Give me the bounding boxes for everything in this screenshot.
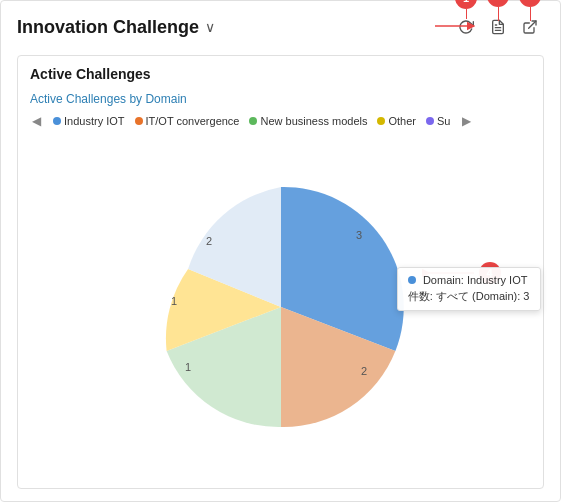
legend-dot-new-biz bbox=[249, 117, 257, 125]
tooltip-domain-label: Domain: Industry IOT bbox=[423, 274, 528, 286]
label-1-left: 1 bbox=[171, 295, 177, 307]
chart-tooltip: Domain: Industry IOT 件数: すべて (Domain): 3 bbox=[397, 267, 541, 311]
legend-dot-industry-iot bbox=[53, 117, 61, 125]
legend-label-su: Su bbox=[437, 115, 450, 127]
legend-label-itot: IT/OT convergence bbox=[146, 115, 240, 127]
legend-dot-su bbox=[426, 117, 434, 125]
chevron-down-icon[interactable]: ∨ bbox=[205, 19, 215, 35]
legend-prev[interactable]: ◀ bbox=[30, 114, 43, 128]
pie-chart: 3 2 1 2 1 Domain: Industry IOT 件数: すべて (… bbox=[151, 177, 411, 437]
page-header: Innovation Challenge ∨ 1 bbox=[17, 13, 544, 41]
legend-dot-other bbox=[377, 117, 385, 125]
legend-item-industry-iot: Industry IOT bbox=[53, 115, 125, 127]
label-1: 1 bbox=[185, 361, 191, 373]
label-2-bottom-right: 2 bbox=[361, 365, 367, 377]
badge-3: 3 bbox=[519, 0, 541, 7]
tooltip-count: 件数: すべて (Domain): 3 bbox=[408, 289, 530, 304]
tooltip-domain: Domain: Industry IOT bbox=[408, 274, 530, 286]
legend-next[interactable]: ▶ bbox=[460, 114, 473, 128]
badge-1: 1 bbox=[455, 0, 477, 9]
legend-label-new-biz: New business models bbox=[260, 115, 367, 127]
tooltip-dot bbox=[408, 276, 416, 284]
pie-svg: 3 2 1 2 1 bbox=[151, 177, 411, 437]
page-title: Innovation Challenge bbox=[17, 17, 199, 38]
legend-dot-itot bbox=[135, 117, 143, 125]
legend-item-new-biz: New business models bbox=[249, 115, 367, 127]
chart-section-title: Active Challenges by Domain bbox=[30, 92, 531, 106]
active-challenges-panel: Active Challenges Active Challenges by D… bbox=[17, 55, 544, 489]
legend-item-other: Other bbox=[377, 115, 416, 127]
label-3-top: 3 bbox=[356, 229, 362, 241]
svg-line-3 bbox=[529, 21, 536, 28]
legend-item-su: Su bbox=[426, 115, 450, 127]
chart-area: 3 2 1 2 1 Domain: Industry IOT 件数: すべて (… bbox=[30, 136, 531, 478]
badge-2: 2 bbox=[487, 0, 509, 7]
legend-label-industry-iot: Industry IOT bbox=[64, 115, 125, 127]
chart-legend: ◀ Industry IOT IT/OT convergence New bus… bbox=[30, 114, 531, 128]
panel-title: Active Challenges bbox=[30, 66, 531, 82]
legend-label-other: Other bbox=[388, 115, 416, 127]
legend-item-itot: IT/OT convergence bbox=[135, 115, 240, 127]
title-area: Innovation Challenge ∨ bbox=[17, 17, 215, 38]
label-2-top: 2 bbox=[206, 235, 212, 247]
